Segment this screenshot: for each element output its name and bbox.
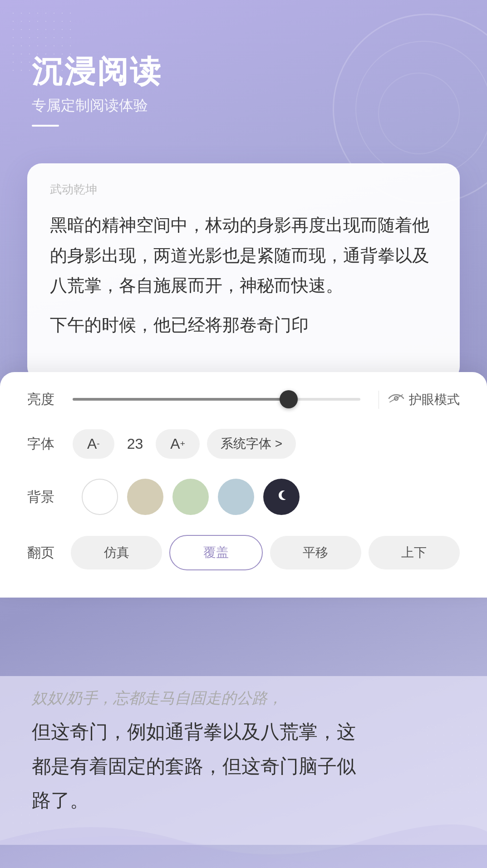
bottom-text-blurred: 奴奴/奶手，忘都走马自固走的公路，	[32, 685, 455, 710]
font-row: 字体 A- 23 A+ 系统字体 >	[27, 429, 460, 459]
font-label: 字体	[27, 435, 64, 453]
pageturn-cover-button[interactable]: 覆盖	[169, 535, 262, 570]
pageturn-simulated-button[interactable]: 仿真	[71, 536, 162, 569]
wave-decoration	[0, 814, 487, 868]
brightness-slider-track	[73, 398, 360, 401]
bg-option-dark[interactable]	[263, 479, 300, 515]
reading-text-paragraph2: 下午的时候，他已经将那卷奇门印	[50, 310, 437, 340]
header: 沉浸阅读 专属定制阅读体验	[32, 54, 162, 127]
bottom-text-line2: 都是有着固定的套路，但这奇门脑子似	[32, 749, 455, 784]
bg-option-blue[interactable]	[218, 479, 254, 515]
settings-panel: 亮度 护眼模式 字体 A- 23 A+	[0, 372, 487, 598]
bottom-text-line3: 路了。	[32, 783, 455, 818]
font-increase-button[interactable]: A+	[156, 429, 200, 459]
pageturn-label: 翻页	[27, 544, 64, 562]
bg-option-beige[interactable]	[127, 479, 163, 515]
brightness-slider-thumb[interactable]	[280, 390, 298, 408]
background-row: 背景	[27, 479, 460, 515]
moon-icon	[273, 487, 290, 507]
header-divider	[32, 125, 59, 127]
pageturn-slide-button[interactable]: 平移	[270, 536, 361, 569]
eye-mode-toggle[interactable]: 护眼模式	[388, 391, 460, 408]
bg-label: 背景	[27, 488, 64, 506]
reading-card: 武动乾坤 黑暗的精神空间中，林动的身影再度出现而随着他的身影出现，两道光影也是紧…	[27, 163, 460, 381]
eye-mode-label: 护眼模式	[409, 391, 460, 408]
brightness-divider	[379, 391, 379, 409]
bottom-text-line1: 但这奇门，例如通背拳以及八荒掌，这	[32, 715, 455, 749]
page-subtitle: 专属定制阅读体验	[32, 96, 162, 116]
brightness-label: 亮度	[27, 390, 64, 409]
font-controls: A- 23 A+	[73, 429, 200, 459]
brightness-row: 亮度 护眼模式	[27, 390, 460, 409]
pageturn-row: 翻页 仿真 覆盖 平移 上下	[27, 535, 460, 570]
bottom-text-clear: 但这奇门，例如通背拳以及八荒掌，这 都是有着固定的套路，但这奇门脑子似 路了。	[32, 715, 455, 818]
eye-icon	[388, 392, 404, 407]
reading-text-paragraph1: 黑暗的精神空间中，林动的身影再度出现而随着他的身影出现，两道光影也是紧随而现，通…	[50, 210, 437, 301]
font-decrease-button[interactable]: A-	[73, 429, 114, 459]
pageturn-updown-button[interactable]: 上下	[369, 536, 460, 569]
brightness-slider-fill	[73, 398, 289, 401]
font-size-display: 23	[118, 436, 152, 452]
book-title: 武动乾坤	[50, 181, 437, 197]
bg-option-white[interactable]	[82, 479, 118, 515]
page-title: 沉浸阅读	[32, 54, 162, 88]
font-type-button[interactable]: 系统字体 >	[207, 429, 296, 459]
bg-decoration-circle-small	[378, 73, 460, 154]
brightness-slider-container	[73, 398, 360, 402]
bg-option-green[interactable]	[172, 479, 209, 515]
